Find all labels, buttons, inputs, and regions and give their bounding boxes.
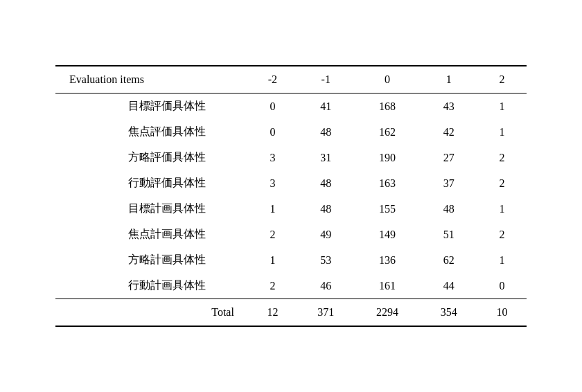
row-label: 目標計画具体性 (55, 196, 248, 222)
row-value: 1 (477, 247, 527, 273)
row-value: 41 (297, 93, 355, 120)
row-value: 51 (420, 222, 477, 247)
row-value: 0 (477, 273, 527, 299)
footer-val-neg1: 371 (297, 299, 355, 327)
table-row: 目標計画具体性148155481 (55, 196, 527, 222)
footer-val-1: 354 (420, 299, 477, 327)
col-header-neg1: -1 (297, 66, 355, 93)
row-value: 48 (297, 170, 355, 196)
row-value: 53 (297, 247, 355, 273)
col-header-1: 1 (420, 66, 477, 93)
row-value: 136 (355, 247, 421, 273)
row-value: 168 (355, 93, 421, 120)
footer-val-0: 2294 (355, 299, 421, 327)
row-value: 149 (355, 222, 421, 247)
col-header-0: 0 (355, 66, 421, 93)
row-value: 37 (420, 170, 477, 196)
row-value: 1 (477, 119, 527, 145)
col-header-items: Evaluation items (55, 66, 248, 93)
table-row: 方略評価具体性331190272 (55, 145, 527, 170)
row-value: 2 (248, 273, 297, 299)
row-value: 48 (420, 196, 477, 222)
row-value: 2 (477, 145, 527, 170)
row-value: 3 (248, 170, 297, 196)
row-value: 48 (297, 196, 355, 222)
row-value: 1 (248, 247, 297, 273)
row-label: 方略計画具体性 (55, 247, 248, 273)
row-label: 目標評価具体性 (55, 93, 248, 120)
footer-row: Total 12 371 2294 354 10 (55, 299, 527, 327)
row-value: 62 (420, 247, 477, 273)
row-label: 方略評価具体性 (55, 145, 248, 170)
row-value: 190 (355, 145, 421, 170)
row-value: 1 (477, 93, 527, 120)
evaluation-table: Evaluation items -2 -1 0 1 2 目標評価具体性0411… (55, 65, 527, 327)
row-value: 31 (297, 145, 355, 170)
table-container: Evaluation items -2 -1 0 1 2 目標評価具体性0411… (55, 65, 527, 327)
footer-val-neg2: 12 (248, 299, 297, 327)
table-row: 行動計画具体性246161440 (55, 273, 527, 299)
row-value: 42 (420, 119, 477, 145)
row-value: 1 (248, 196, 297, 222)
row-value: 27 (420, 145, 477, 170)
row-value: 46 (297, 273, 355, 299)
row-value: 43 (420, 93, 477, 120)
row-value: 49 (297, 222, 355, 247)
col-header-2: 2 (477, 66, 527, 93)
row-value: 0 (248, 119, 297, 145)
row-value: 0 (248, 93, 297, 120)
col-header-neg2: -2 (248, 66, 297, 93)
table-row: 目標評価具体性041168431 (55, 93, 527, 120)
row-value: 162 (355, 119, 421, 145)
row-value: 2 (248, 222, 297, 247)
row-value: 3 (248, 145, 297, 170)
footer-val-2: 10 (477, 299, 527, 327)
row-value: 161 (355, 273, 421, 299)
row-value: 1 (477, 196, 527, 222)
row-label: 焦点評価具体性 (55, 119, 248, 145)
table-row: 行動評価具体性348163372 (55, 170, 527, 196)
table-row: 焦点評価具体性048162421 (55, 119, 527, 145)
row-value: 163 (355, 170, 421, 196)
table-row: 方略計画具体性153136621 (55, 247, 527, 273)
row-value: 48 (297, 119, 355, 145)
row-label: 焦点計画具体性 (55, 222, 248, 247)
row-value: 155 (355, 196, 421, 222)
row-value: 2 (477, 170, 527, 196)
footer-label: Total (55, 299, 248, 327)
header-row: Evaluation items -2 -1 0 1 2 (55, 66, 527, 93)
row-label: 行動計画具体性 (55, 273, 248, 299)
row-label: 行動評価具体性 (55, 170, 248, 196)
row-value: 44 (420, 273, 477, 299)
table-row: 焦点計画具体性249149512 (55, 222, 527, 247)
row-value: 2 (477, 222, 527, 247)
